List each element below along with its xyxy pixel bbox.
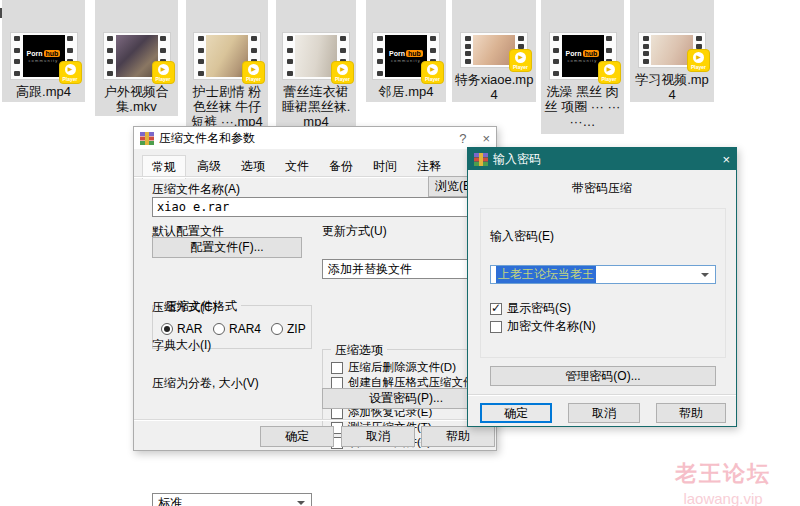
password-dialog: 输入密码 × 带密码压缩 输入密码(E) 上老王论坛当老王 显示密码(S) 加密…	[467, 147, 737, 427]
player-badge-icon: ▶Player	[152, 61, 175, 84]
checkbox-icon	[331, 362, 343, 374]
file-item[interactable]: ▶Player 学习视频.mp4	[630, 0, 714, 102]
option-delete-source[interactable]: 压缩后删除源文件(D)	[331, 360, 456, 375]
radio-zip[interactable]: ZIP	[271, 322, 306, 336]
filmstrip-sprockets	[463, 35, 472, 65]
file-name: 蕾丝连衣裙睡裙黑丝袜.mp4	[276, 84, 356, 129]
archive-name-label: 压缩文件名称(A)	[152, 181, 240, 198]
selected-password-text: 上老王论坛当老王	[496, 266, 596, 283]
player-badge-icon: ▶Player	[421, 61, 444, 84]
close-icon[interactable]: ×	[722, 152, 730, 167]
password-dialog-title: 输入密码	[493, 151, 541, 168]
archive-dialog: 压缩文件名和参数 ? × 常规 高级 选项 文件 备份 时间 注释 压缩文件名称…	[133, 126, 497, 451]
player-badge-icon: ▶Player	[331, 61, 354, 84]
show-password-checkbox[interactable]: 显示密码(S)	[490, 300, 571, 317]
winrar-icon	[140, 132, 154, 145]
password-input-label: 输入密码(E)	[490, 228, 554, 245]
close-icon[interactable]: ×	[482, 131, 490, 146]
cancel-button[interactable]: 取消	[568, 403, 640, 423]
password-subtitle: 带密码压缩	[468, 180, 736, 197]
file-name: 特务xiaoe.mp4	[452, 72, 536, 102]
player-badge-icon: ▶Player	[59, 61, 82, 84]
checkbox-icon	[490, 303, 502, 315]
chevron-down-icon	[701, 273, 709, 277]
video-file-icon: ▶Player	[282, 32, 350, 80]
radio-rar[interactable]: RAR	[161, 322, 202, 336]
archive-dialog-titlebar[interactable]: 压缩文件名和参数 ? ×	[134, 127, 496, 149]
winrar-icon	[474, 153, 488, 166]
method-select[interactable]: 标准	[152, 493, 312, 506]
file-name: 学习视频.mp4	[630, 72, 714, 102]
ok-button[interactable]: 确定	[480, 403, 552, 423]
filmstrip-sprockets	[375, 35, 384, 77]
volume-label: 压缩为分卷, 大小(V)	[152, 375, 259, 392]
cancel-button[interactable]: 取消	[341, 426, 415, 447]
ok-button[interactable]: 确定	[260, 426, 334, 447]
options-group-label: 压缩选项	[331, 342, 387, 359]
help-icon[interactable]: ?	[459, 131, 466, 146]
filmstrip-sprockets	[552, 35, 561, 77]
site-watermark: 老王论坛 laowang.vip	[648, 459, 798, 506]
player-badge-icon: ▶Player	[598, 61, 621, 84]
video-file-icon: ▶Player	[193, 32, 261, 80]
file-name: 高跟.mp4	[14, 84, 73, 99]
video-file-icon: ▶Player	[638, 32, 706, 68]
filmstrip-sprockets	[641, 35, 650, 65]
filmstrip-sprockets	[106, 35, 115, 77]
set-password-button[interactable]: 设置密码(P)...	[322, 388, 490, 409]
checkbox-icon	[331, 377, 343, 389]
file-item[interactable]: ▶Player 蕾丝连衣裙睡裙黑丝袜.mp4	[276, 0, 356, 130]
password-input[interactable]: 上老王论坛当老王	[490, 265, 716, 284]
archive-name-input[interactable]: xiao e.rar	[152, 197, 490, 217]
player-badge-icon: ▶Player	[242, 61, 265, 84]
radio-icon	[213, 323, 225, 335]
file-item[interactable]: ▶Player 户外视频合集.mkv	[95, 0, 178, 116]
video-file-icon: Pornhub community ▶Player	[549, 32, 617, 80]
radio-icon	[161, 323, 173, 335]
file-name: 护士剧情 粉色丝袜 牛仔短裤 ···.mp4	[186, 84, 268, 129]
filmstrip-sprockets	[13, 35, 22, 77]
video-file-icon: ▶Player	[460, 32, 528, 68]
desktop: { "files": [ { "label": "高跟.mp4" }, { "l…	[0, 0, 800, 506]
video-file-icon: ▶Player	[103, 32, 171, 80]
video-file-icon: Pornhub community ▶Player	[372, 32, 440, 80]
archive-dialog-title: 压缩文件名和参数	[159, 130, 255, 147]
chevron-down-icon	[297, 501, 305, 505]
help-button[interactable]: 帮助	[421, 426, 495, 447]
file-item[interactable]: Pornhub community ▶Player 邻居.mp4	[366, 0, 446, 102]
filmstrip-sprockets	[285, 35, 294, 77]
organize-passwords-button[interactable]: 管理密码(O)...	[490, 366, 716, 386]
watermark-title: 老王论坛	[648, 459, 798, 489]
profile-button[interactable]: 配置文件(F)...	[152, 237, 302, 258]
file-name: 洗澡 黑丝 肉丝 项圈 ··· ··· ···…	[541, 84, 624, 129]
password-dialog-titlebar[interactable]: 输入密码 ×	[468, 148, 736, 170]
player-badge-icon: ▶Player	[687, 49, 710, 72]
checkbox-icon	[490, 321, 502, 333]
file-item[interactable]: ▶Player 特务xiaoe.mp4	[452, 0, 536, 102]
encrypt-names-checkbox[interactable]: 加密文件名称(N)	[490, 318, 596, 335]
update-mode-label: 更新方式(U)	[322, 223, 387, 240]
update-mode-select[interactable]: 添加并替换文件	[322, 259, 490, 279]
file-name: 户外视频合集.mkv	[95, 84, 178, 114]
video-file-icon: Pornhub community ▶Player	[10, 32, 78, 80]
watermark-url: laowang.vip	[648, 490, 798, 506]
dictionary-label: 字典大小(I)	[152, 337, 211, 354]
help-button[interactable]: 帮助	[656, 403, 726, 423]
radio-rar4[interactable]: RAR4	[213, 322, 261, 336]
file-name: 邻居.mp4	[377, 84, 436, 99]
player-badge-icon: ▶Player	[509, 49, 532, 72]
method-label: 压缩方式(C)	[152, 299, 217, 316]
radio-icon	[271, 323, 283, 335]
file-item[interactable]: Pornhub community ▶Player 洗澡 黑丝 肉丝 项圈 ··…	[541, 0, 624, 134]
file-item[interactable]: Pornhub community ▶Player 高跟.mp4	[2, 0, 85, 102]
filmstrip-sprockets	[196, 35, 205, 77]
